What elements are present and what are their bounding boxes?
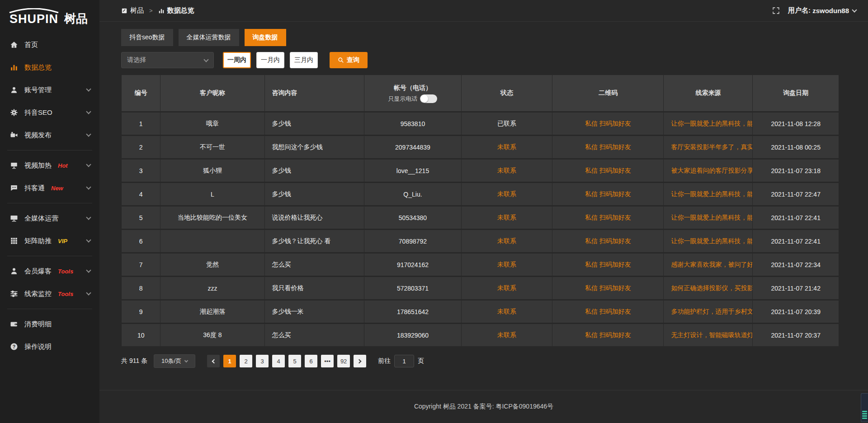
page-button-6[interactable]: 6 (305, 355, 317, 367)
cell-qrcode-link[interactable]: 私信 扫码加好友 (552, 113, 664, 135)
cell-status: 未联系 (462, 277, 553, 299)
search-icon (338, 57, 344, 63)
cell-qrcode-link[interactable]: 私信 扫码加好友 (552, 324, 664, 346)
cell-qrcode-link[interactable]: 私信 扫码加好友 (552, 254, 664, 276)
period-button-一周内[interactable]: 一周内 (223, 52, 251, 68)
main-area: 树品 > 数据总览 用户名: zswodun88 抖音seo数据全媒体运营数据询… (99, 0, 868, 423)
cell-qrcode-link[interactable]: 私信 扫码加好友 (552, 207, 664, 229)
tab-全媒体运营数据[interactable]: 全媒体运营数据 (179, 29, 239, 46)
logo-text-cn: 树品 (64, 12, 88, 25)
tab-抖音seo数据[interactable]: 抖音seo数据 (121, 29, 173, 46)
logo-arc: SHUPIN (7, 8, 61, 25)
page-ellipsis-button[interactable]: ••• (321, 355, 334, 367)
cell-nickname: 潮起潮落 (160, 301, 264, 323)
username: zswodun88 (812, 7, 849, 14)
per-page-select[interactable]: 10条/页 (154, 354, 195, 368)
cell-source-link[interactable]: 让你一眼就爱上的黑科技，能... (664, 183, 753, 205)
cell-qrcode-link[interactable]: 私信 扫码加好友 (552, 277, 664, 299)
cell-content: 怎么买 (265, 254, 365, 276)
cell-status: 未联系 (462, 324, 553, 346)
sidebar-item-数据总览[interactable]: 数据总览 (0, 56, 99, 79)
cell-source-link[interactable]: 感谢大家喜欢我家，被问了好... (664, 254, 753, 276)
sidebar-item-首页[interactable]: 首页 (0, 33, 99, 56)
cell-number: 6 (121, 230, 160, 252)
grid-icon (10, 237, 18, 245)
page-button-1[interactable]: 1 (223, 355, 236, 367)
cell-source-link[interactable]: 被大家追着问的客厅投影分享... (664, 160, 753, 182)
page-button-3[interactable]: 3 (256, 355, 269, 367)
cell-source-link[interactable]: 无主灯设计，智能磁吸轨道灯... (664, 324, 753, 346)
sidebar-item-账号管理[interactable]: 账号管理 (0, 79, 99, 101)
user-menu[interactable]: 用户名: zswodun88 (788, 6, 856, 15)
page-button-2[interactable]: 2 (240, 355, 252, 367)
cell-nickname: L (160, 183, 264, 205)
goto-page: 前往页 (378, 355, 424, 367)
cell-source-link[interactable]: 让你一眼就爱上的黑科技，能... (664, 207, 753, 229)
account-header-label: 帐号（电话） (364, 83, 461, 93)
cell-source-link[interactable]: 让你一眼就爱上的黑科技，能... (664, 230, 753, 252)
service-widget-stripe (862, 413, 867, 414)
fullscreen-icon[interactable] (772, 7, 780, 14)
page-button-4[interactable]: 4 (272, 355, 285, 367)
cell-qrcode-link[interactable]: 私信 扫码加好友 (552, 301, 664, 323)
cell-content: 多少钱？让我死心 看 (265, 230, 365, 252)
sidebar-item-矩阵助推[interactable]: 矩阵助推VIP (0, 230, 99, 252)
prev-page-button[interactable] (207, 355, 220, 367)
chevron-right-icon (357, 359, 362, 363)
cell-source-link[interactable]: 如何正确选择投影仪，买投影... (664, 277, 753, 299)
copyright-text: Copyright 树品 2021 备案号: 粤ICP备09019646号 (414, 403, 553, 411)
phone-only-toggle[interactable] (420, 94, 437, 103)
filter-select[interactable]: 请选择 (121, 52, 214, 68)
tab-询盘数据[interactable]: 询盘数据 (245, 29, 286, 46)
cell-date: 2021-11-08 00:25 (753, 136, 839, 158)
service-widget-stripe (862, 411, 867, 412)
chevron-down-icon (86, 290, 91, 295)
cell-qrcode-link[interactable]: 私信 扫码加好友 (552, 230, 664, 252)
cell-account: Q_Liu. (364, 183, 461, 205)
search-button[interactable]: 查询 (330, 52, 368, 68)
cell-number: 3 (121, 160, 160, 182)
chevron-down-icon (86, 215, 91, 220)
sidebar-item-会员爆客[interactable]: 会员爆客Tools (0, 260, 99, 282)
cell-number: 10 (121, 324, 160, 346)
period-button-一月内[interactable]: 一月内 (256, 52, 284, 68)
sidebar-item-视频加热[interactable]: 视频加热Hot (0, 154, 99, 177)
sidebar-divider (7, 203, 92, 203)
sidebar-item-视频发布[interactable]: 视频发布 (0, 124, 99, 146)
sidebar-item-全媒体运营[interactable]: 全媒体运营 (0, 207, 99, 230)
period-button-三月内[interactable]: 三月内 (290, 52, 318, 68)
cell-number: 9 (121, 301, 160, 323)
cell-source-link[interactable]: 客厅安装投影半年多了，真实... (664, 136, 753, 158)
inquiry-table: 编号客户昵称咨询内容帐号（电话）只显示电话状态二维码线索来源询盘日期 1哦章多少… (121, 74, 839, 348)
page-button-5[interactable]: 5 (288, 355, 301, 367)
sidebar-item-抖客通[interactable]: 抖客通New (0, 177, 99, 199)
breadcrumb-root[interactable]: 树品 (130, 6, 144, 15)
service-widget[interactable] (861, 393, 868, 422)
cell-account: 50534380 (364, 207, 461, 229)
cell-date: 2021-11-07 20:39 (753, 301, 839, 323)
sidebar-item-抖音SEO[interactable]: 抖音SEO (0, 101, 99, 124)
cell-number: 1 (121, 113, 160, 135)
topbar-right: 用户名: zswodun88 (772, 6, 856, 15)
cell-source-link[interactable]: 多功能护栏灯，适用于乡村文... (664, 301, 753, 323)
member-icon (10, 267, 18, 275)
cell-date: 2021-11-07 21:42 (753, 277, 839, 299)
table-row: 3狐小狸多少钱love__1215未联系私信 扫码加好友被大家追着问的客厅投影分… (121, 160, 839, 182)
cell-source-link[interactable]: 让你一眼就爱上的黑科技，能... (664, 113, 753, 135)
sidebar-divider (7, 150, 92, 150)
sidebar-item-操作说明[interactable]: ?操作说明 (0, 335, 99, 358)
page-button-92[interactable]: 92 (337, 355, 350, 367)
user-icon (10, 86, 18, 94)
sidebar-item-线索监控[interactable]: 线索监控Tools (0, 282, 99, 305)
cell-number: 7 (121, 254, 160, 276)
logo[interactable]: SHUPIN 树品 (0, 0, 99, 29)
sidebar-item-消费明细[interactable]: 消费明细 (0, 313, 99, 335)
column-header-二维码: 二维码 (552, 75, 664, 111)
sidebar-item-label: 消费明细 (24, 320, 52, 329)
goto-page-input[interactable] (394, 355, 414, 367)
cell-qrcode-link[interactable]: 私信 扫码加好友 (552, 183, 664, 205)
next-page-button[interactable] (354, 355, 366, 367)
phone-toggle-label: 只显示电话 (388, 95, 417, 103)
cell-qrcode-link[interactable]: 私信 扫码加好友 (552, 136, 664, 158)
cell-qrcode-link[interactable]: 私信 扫码加好友 (552, 160, 664, 182)
